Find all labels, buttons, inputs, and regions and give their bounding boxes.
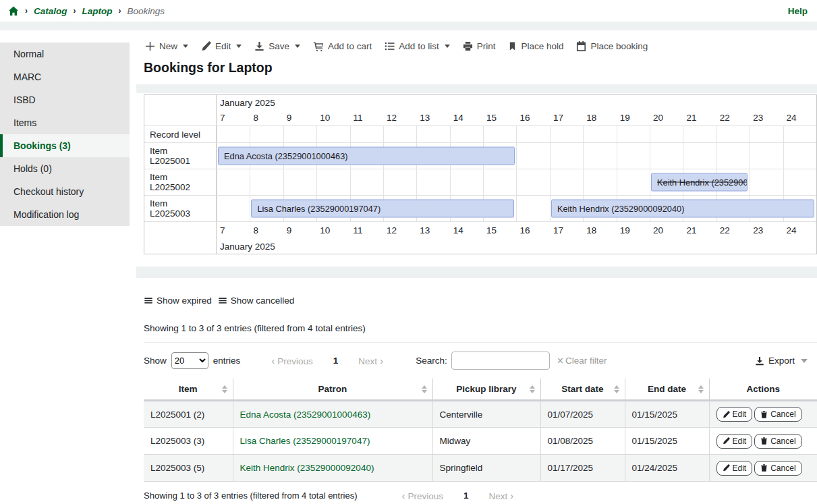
breadcrumb-separator: › xyxy=(25,6,28,16)
previous-page-button[interactable]: ‹Previous xyxy=(269,355,313,366)
divider-band xyxy=(0,22,817,30)
save-button[interactable]: Save xyxy=(254,40,300,53)
column-header-pickup-library[interactable]: Pickup library xyxy=(432,379,540,401)
sidebar-item-marc[interactable]: MARC xyxy=(0,65,130,88)
sidebar-item-bookings[interactable]: Bookings (3) xyxy=(0,134,130,157)
place-hold-button-label: Place hold xyxy=(521,41,563,51)
end-date-cell: 01/24/2025 xyxy=(625,455,709,482)
timeline-track-item-l2025001: Edna Acosta (23529001000463) xyxy=(217,143,816,169)
show-expired-filter[interactable]: Show expired xyxy=(144,296,212,306)
day-label: 17 xyxy=(550,110,583,125)
start-date-cell: 01/08/2025 xyxy=(540,428,625,455)
table-footer: Showing 1 to 3 of 3 entries (filtered fr… xyxy=(144,490,817,504)
next-page-button[interactable]: Next› xyxy=(489,490,517,501)
item-cell: L2025003 (5) xyxy=(144,455,233,482)
sidebar: Normal MARC ISBD Items Bookings (3) Hold… xyxy=(0,30,130,226)
pagination-top: ‹Previous 1 Next› xyxy=(269,355,386,366)
day-label: 11 xyxy=(350,222,383,240)
current-page-number[interactable]: 1 xyxy=(333,356,339,366)
booking-bar-lisa-charles[interactable]: Lisa Charles (23529000197047) xyxy=(251,200,514,218)
pencil-icon xyxy=(723,464,730,472)
trash-icon xyxy=(760,464,768,472)
new-button[interactable]: New xyxy=(145,40,188,53)
column-header-start-date[interactable]: Start date xyxy=(540,379,625,401)
place-booking-button[interactable]: Place booking xyxy=(576,40,648,53)
pickup-library-cell: Centerville xyxy=(432,401,540,428)
breadcrumb-catalog[interactable]: Catalog xyxy=(34,6,67,16)
sort-icon xyxy=(614,385,619,393)
edit-booking-button[interactable]: Edit xyxy=(716,461,753,476)
show-cancelled-filter[interactable]: Show cancelled xyxy=(218,296,295,306)
main-content: New Edit Save Add to cart Add to list xyxy=(136,30,817,504)
edit-booking-button[interactable]: Edit xyxy=(716,407,753,422)
patron-link[interactable]: Edna Acosta (23529001000463) xyxy=(240,410,371,420)
trash-icon xyxy=(760,411,768,418)
pickup-library-cell: Springfield xyxy=(432,455,540,482)
patron-link[interactable]: Keith Hendrix (23529000092040) xyxy=(240,463,374,473)
day-label: 7 xyxy=(217,110,250,125)
sidebar-item-items[interactable]: Items xyxy=(0,111,130,134)
day-label: 9 xyxy=(283,110,316,125)
sort-icon xyxy=(222,385,227,393)
booking-bar-keith-hendrix-cancelled[interactable]: Keith Hendrix (23529000092040) xyxy=(651,173,748,192)
end-date-cell: 01/15/2025 xyxy=(625,401,709,428)
day-label: 14 xyxy=(450,110,483,125)
column-header-item[interactable]: Item xyxy=(144,379,233,401)
download-icon xyxy=(254,41,264,51)
page-length-select[interactable]: 20 xyxy=(171,352,208,369)
day-label: 20 xyxy=(650,110,683,125)
column-header-end-date[interactable]: End date xyxy=(625,379,709,401)
column-header-patron[interactable]: Patron xyxy=(233,379,432,401)
divider-band xyxy=(136,267,817,278)
end-date-cell: 01/15/2025 xyxy=(625,428,709,455)
item-cell: L2025001 (2) xyxy=(144,401,233,428)
timeline-days-header: 789101112131415161718192021222324 xyxy=(217,110,816,125)
place-hold-button[interactable]: Place hold xyxy=(508,40,563,53)
pencil-icon xyxy=(723,411,730,418)
chevron-down-icon xyxy=(236,45,242,48)
breadcrumb-laptop[interactable]: Laptop xyxy=(82,6,113,16)
timeline-row-label-item-l2025002: Item L2025002 xyxy=(144,169,217,195)
patron-link[interactable]: Lisa Charles (23529000197047) xyxy=(240,436,370,446)
day-label: 8 xyxy=(250,222,283,240)
trash-icon xyxy=(760,437,768,445)
place-booking-button-label: Place booking xyxy=(590,41,648,51)
export-button-label: Export xyxy=(768,356,795,366)
day-label: 24 xyxy=(783,222,816,240)
export-button[interactable]: Export xyxy=(755,356,808,366)
previous-page-button[interactable]: ‹Previous xyxy=(399,490,444,501)
sidebar-item-checkout-history[interactable]: Checkout history xyxy=(0,180,130,203)
search-input[interactable] xyxy=(451,352,550,370)
timeline-month-label: January 2025 xyxy=(217,239,816,254)
next-page-button[interactable]: Next› xyxy=(358,355,386,366)
bookings-table: Item Patron Pickup library Start date En… xyxy=(144,379,817,482)
day-label: 9 xyxy=(283,222,316,240)
item-cell: L2025003 (3) xyxy=(144,428,233,455)
cancel-booking-button[interactable]: Cancel xyxy=(754,407,801,422)
add-to-cart-button[interactable]: Add to cart xyxy=(313,40,372,53)
add-to-list-button[interactable]: Add to list xyxy=(385,40,449,53)
day-label: 22 xyxy=(716,110,750,125)
sidebar-item-holds[interactable]: Holds (0) xyxy=(0,157,130,180)
booking-bar-keith-hendrix[interactable]: Keith Hendrix (23529000092040) xyxy=(551,200,814,218)
print-button[interactable]: Print xyxy=(463,40,496,53)
start-date-cell: 01/07/2025 xyxy=(540,401,625,428)
table-summary-bottom: Showing 1 to 3 of 3 entries (filtered fr… xyxy=(144,491,358,501)
sidebar-item-normal[interactable]: Normal xyxy=(0,43,130,65)
chevron-down-icon xyxy=(801,359,808,363)
day-label: 23 xyxy=(750,222,783,240)
cancel-booking-button[interactable]: Cancel xyxy=(754,434,801,449)
timeline-row-label-record-level: Record level xyxy=(144,126,217,142)
home-icon[interactable] xyxy=(8,6,19,16)
current-page-number[interactable]: 1 xyxy=(463,491,469,501)
sidebar-item-modification-log[interactable]: Modification log xyxy=(0,203,130,226)
edit-booking-button[interactable]: Edit xyxy=(716,434,753,449)
cancel-booking-button[interactable]: Cancel xyxy=(754,461,801,476)
divider-band xyxy=(136,84,817,93)
sidebar-item-isbd[interactable]: ISBD xyxy=(0,88,130,111)
edit-button[interactable]: Edit xyxy=(201,40,242,53)
clear-filter-button[interactable]: × Clear filter xyxy=(557,356,607,366)
booking-bar-edna-acosta[interactable]: Edna Acosta (23529001000463) xyxy=(218,147,515,165)
add-to-list-button-label: Add to list xyxy=(399,41,439,51)
help-link[interactable]: Help xyxy=(788,6,808,16)
